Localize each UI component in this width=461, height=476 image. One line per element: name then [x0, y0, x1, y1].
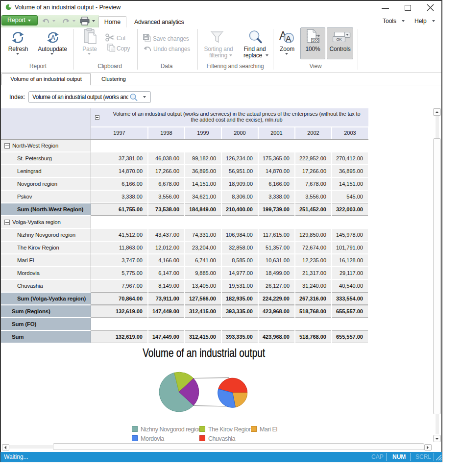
svg-text:100: 100: [312, 38, 319, 43]
svg-text:A: A: [286, 34, 291, 44]
svg-text:OK: OK: [337, 37, 342, 42]
svg-text:A: A: [51, 34, 55, 41]
